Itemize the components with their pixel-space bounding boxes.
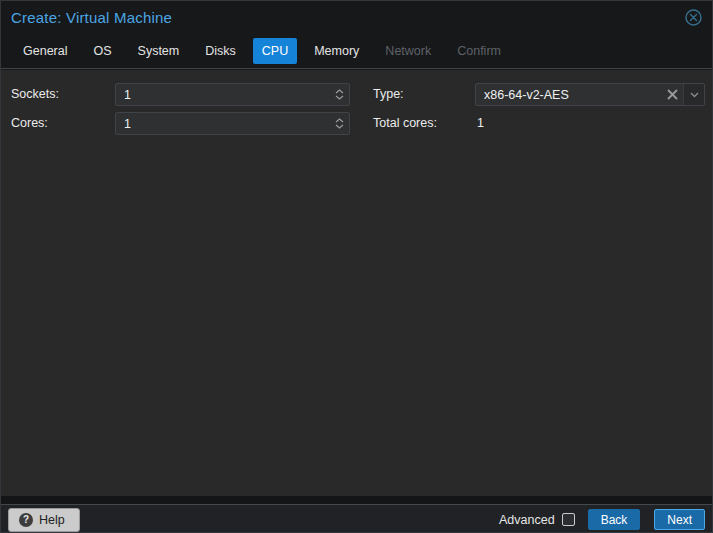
sockets-input[interactable]: 1 — [115, 83, 350, 106]
wizard-tabbar: General OS System Disks CPU Memory Netwo… — [1, 33, 712, 69]
help-button-label: Help — [39, 513, 65, 527]
clear-icon[interactable] — [661, 84, 683, 105]
back-button[interactable]: Back — [588, 509, 641, 530]
sockets-spinner[interactable] — [329, 84, 349, 105]
create-vm-dialog: Create: Virtual Machine General OS Syste… — [0, 0, 713, 533]
tab-cpu[interactable]: CPU — [253, 38, 297, 64]
cpu-type-value: x86-64-v2-AES — [476, 88, 661, 102]
advanced-label: Advanced — [499, 513, 555, 527]
help-button[interactable]: ? Help — [8, 508, 80, 532]
tab-disks[interactable]: Disks — [196, 38, 245, 64]
sockets-label: Sockets: — [11, 87, 59, 102]
cores-input[interactable]: 1 — [115, 112, 350, 135]
cpu-type-combobox[interactable]: x86-64-v2-AES — [475, 83, 705, 106]
next-button[interactable]: Next — [654, 509, 705, 530]
dialog-title: Create: Virtual Machine — [11, 9, 172, 26]
tab-network: Network — [376, 38, 440, 64]
tab-confirm: Confirm — [448, 38, 510, 64]
tab-os[interactable]: OS — [84, 38, 120, 64]
cpu-form-panel: Sockets: 1 Cores: 1 — [1, 70, 712, 496]
chevron-down-icon[interactable] — [683, 84, 704, 105]
question-circle-icon: ? — [19, 513, 33, 527]
dialog-footer: ? Help Advanced Back Next — [1, 504, 712, 533]
chevron-up-icon — [335, 118, 344, 123]
cores-spinner[interactable] — [329, 113, 349, 134]
combo-tools — [661, 84, 704, 105]
footer-divider — [1, 496, 712, 504]
advanced-checkbox[interactable] — [562, 513, 575, 526]
sockets-value: 1 — [116, 88, 329, 102]
cores-value: 1 — [116, 117, 329, 131]
tab-system[interactable]: System — [129, 38, 189, 64]
chevron-down-icon — [335, 95, 344, 100]
total-cores-label: Total cores: — [373, 116, 437, 131]
cores-label: Cores: — [11, 116, 48, 131]
close-icon[interactable] — [684, 8, 702, 26]
tab-general[interactable]: General — [14, 38, 76, 64]
dialog-titlebar: Create: Virtual Machine — [1, 1, 712, 33]
total-cores-value: 1 — [477, 116, 484, 130]
cpu-type-label: Type: — [373, 87, 404, 102]
footer-actions: Advanced Back Next — [499, 509, 705, 530]
tab-memory[interactable]: Memory — [305, 38, 368, 64]
chevron-up-icon — [335, 89, 344, 94]
chevron-down-icon — [335, 124, 344, 129]
